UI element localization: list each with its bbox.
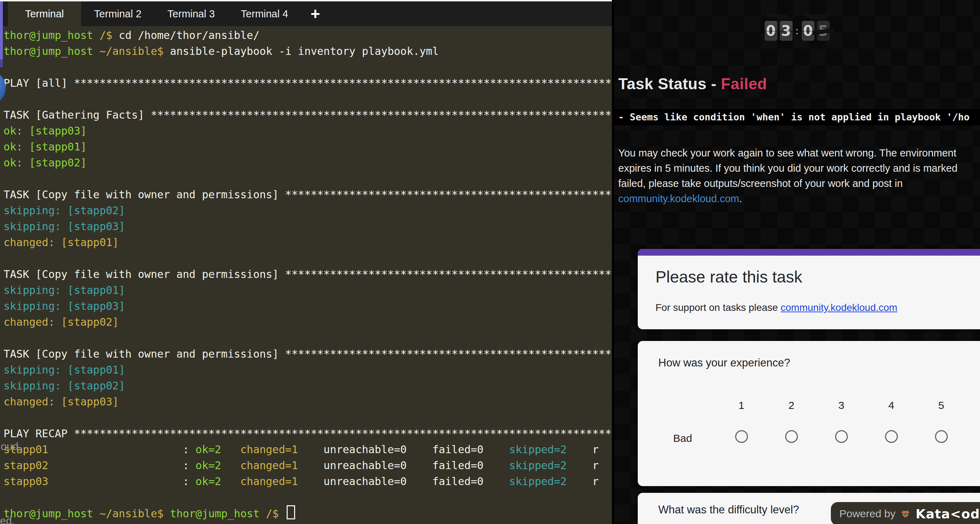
terminal-line [3,59,612,75]
terminal-line: PLAY [all] *****************************… [3,75,612,91]
terminal-line: skipping: [stapp03] [3,218,612,234]
terminal-line: TASK [Gathering Facts] *****************… [3,107,612,123]
terminal-line: stapp01 : ok=2 changed=1 unreachable=0 f… [3,441,612,457]
terminal-line: TASK [Copy file with owner and permissio… [3,266,612,282]
terminal-line: ok: [stapp03] [3,123,612,139]
experience-scale-numbers: 12345 [716,399,966,411]
rate-card-title: Please rate this task [655,267,802,286]
terminal-line [3,171,612,187]
terminal-line [3,330,612,346]
terminal-line: thor@jump_host ~/ansible$ ansible-playbo… [3,43,612,59]
scale-number-3: 3 [816,399,866,411]
status-note: You may check your work again to see wha… [618,146,979,206]
card-accent-bar [638,249,980,256]
timer-digit: 3 [780,21,792,41]
difficulty-question: What was the difficulty level? [658,503,799,516]
tab-terminal-3[interactable]: Terminal 3 [154,2,228,26]
terminal-line [3,250,612,266]
terminal-line [3,489,612,505]
timer-minutes-label: Minutes [767,13,787,19]
timer-seconds-label: Seconds [805,13,827,19]
scale-number-1: 1 [716,399,766,411]
terminal-line: skipping: [stapp01] [3,282,612,298]
terminal-line: TASK [Copy file with owner and permissio… [3,346,612,362]
timer-digit: 5 [817,21,830,41]
terminal-pane: TerminalTerminal 2Terminal 3Terminal 4+ … [0,0,612,524]
new-terminal-button[interactable]: + [301,2,329,26]
experience-scale-options [716,430,966,443]
tab-terminal-4[interactable]: Terminal 4 [228,2,301,26]
tab-terminal[interactable]: Terminal [8,2,81,26]
terminal-output[interactable]: thor@jump_host /$ cd /home/thor/ansible/… [0,26,612,524]
timer-colon: : [795,25,799,37]
experience-rating-2[interactable] [785,430,798,443]
community-link-support[interactable]: community.kodekloud.com [781,302,897,313]
katacoda-badge[interactable]: Powered by Kata<oda [831,502,980,524]
katacoda-fox-icon [901,505,910,522]
community-link-dark[interactable]: community.kodekloud.com [618,193,739,204]
terminal-line: skipping: [stapp02] [3,378,612,394]
background-accent-strip [0,2,3,67]
rate-card-support: For support on tasks please community.ko… [655,302,897,313]
tab-terminal-2[interactable]: Terminal 2 [81,2,154,26]
timer-digits: 03:05 [765,21,830,41]
status-note-suffix: . [739,193,742,204]
status-note-text: You may check your work again to see wha… [618,147,957,189]
terminal-line: thor@jump_host ~/ansible$ thor@jump_host… [3,505,612,521]
terminal-cursor [286,505,295,519]
timer-digit: 0 [765,21,777,41]
rate-task-card: Please rate this task For support on tas… [638,249,980,329]
terminal-line [3,91,612,107]
terminal-line: PLAY RECAP *****************************… [3,426,612,441]
katacoda-brand-label: Kata<oda [916,507,980,521]
scale-number-2: 2 [766,399,816,411]
terminal-line: skipping: [stapp03] [3,298,612,314]
task-status-title: Task Status - Failed [618,75,767,93]
experience-card: How was your experience? 12345 Bad [638,341,980,486]
background-text-fragment: ed. [0,515,15,524]
terminal-line: TASK [Copy file with owner and permissio… [3,187,612,203]
scale-number-4: 4 [866,399,916,411]
experience-rating-1[interactable] [735,430,748,443]
terminal-line [3,410,612,426]
scale-number-5: 5 [916,399,966,411]
experience-rating-5[interactable] [935,430,948,443]
terminal-line: changed: [stapp03] [3,394,612,410]
kodekloud-lab-environment: TerminalTerminal 2Terminal 3Terminal 4+ … [0,0,980,524]
terminal-line: changed: [stapp02] [3,314,612,330]
experience-rating-3[interactable] [835,430,848,443]
background-text-fragment: oud [1,440,18,453]
error-message: - Seems like condition 'when' is not app… [614,109,980,125]
task-status-state: Failed [721,75,767,92]
countdown-timer: Minutes Seconds 03:05 [765,13,830,41]
experience-low-label: Bad [673,432,692,445]
experience-rating-4[interactable] [885,430,898,443]
timer-labels: Minutes Seconds [767,13,827,19]
status-pane: Minutes Seconds 03:05 Task Status - Fail… [612,0,980,524]
terminal-line: stapp03 : ok=2 changed=1 unreachable=0 f… [3,473,612,489]
terminal-tabbar: TerminalTerminal 2Terminal 3Terminal 4+ [0,2,612,26]
terminal-line: stapp02 : ok=2 changed=1 unreachable=0 f… [3,457,612,473]
task-status-prefix: Task Status - [618,75,716,92]
terminal-line: changed: [stapp01] [3,234,612,250]
terminal-line: thor@jump_host /$ cd /home/thor/ansible/ [3,27,612,43]
powered-by-label: Powered by [839,508,895,520]
terminal-line: skipping: [stapp02] [3,203,612,218]
support-text: For support on tasks please [655,302,781,313]
experience-question: How was your experience? [658,357,790,369]
terminal-line: ok: [stapp02] [3,155,612,171]
terminal-line: ok: [stapp01] [3,139,612,155]
terminal-line: skipping: [stapp01] [3,362,612,378]
